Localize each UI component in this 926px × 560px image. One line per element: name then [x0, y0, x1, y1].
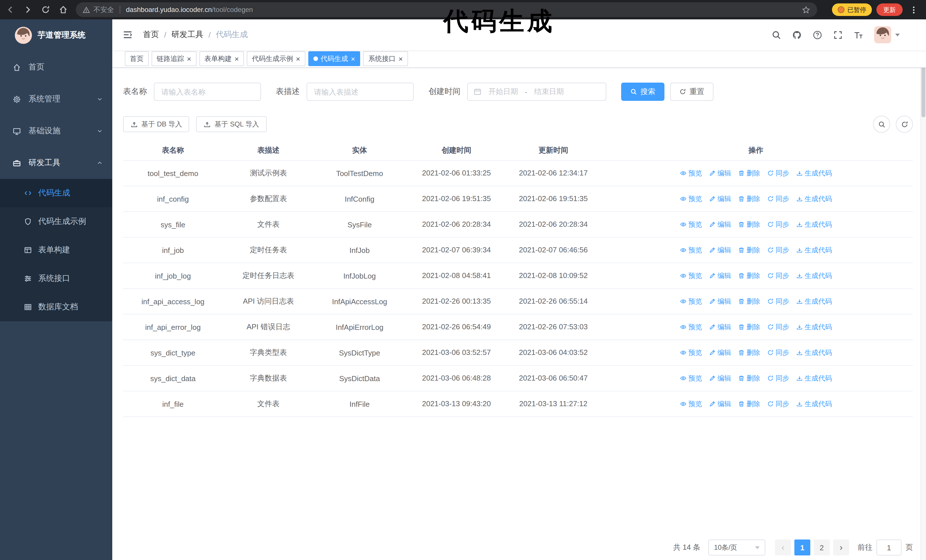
sidebar-subitem-codegen[interactable]: 代码生成	[0, 179, 112, 207]
close-icon[interactable]: ×	[399, 55, 403, 62]
delete-link[interactable]: 删除	[738, 322, 760, 332]
table-desc-input[interactable]	[307, 83, 414, 101]
browser-menu-icon[interactable]	[909, 5, 918, 14]
tab-system-api[interactable]: 系统接口×	[363, 51, 408, 66]
delete-link[interactable]: 删除	[738, 245, 760, 255]
edit-link[interactable]: 编辑	[709, 220, 731, 229]
github-icon[interactable]	[792, 30, 802, 39]
sync-link[interactable]: 同步	[767, 271, 789, 281]
sidebar-item-home[interactable]: 首页	[0, 51, 112, 83]
bookmark-star-icon[interactable]	[802, 5, 810, 14]
sidebar-item-infrastructure[interactable]: 基础设施	[0, 115, 112, 147]
sidebar-fold-icon[interactable]	[123, 30, 133, 40]
generate-code-link[interactable]: 生成代码	[796, 322, 832, 332]
generate-code-link[interactable]: 生成代码	[796, 194, 832, 204]
toggle-search-button[interactable]	[873, 116, 890, 133]
delete-link[interactable]: 删除	[738, 399, 760, 409]
sidebar-item-dev-tools[interactable]: 研发工具	[0, 147, 112, 179]
date-end-placeholder[interactable]: 结束日期	[534, 87, 564, 97]
sync-link[interactable]: 同步	[767, 296, 789, 306]
reset-button[interactable]: 重置	[670, 83, 713, 101]
sync-link[interactable]: 同步	[767, 194, 789, 204]
import-sql-button[interactable]: 基于 SQL 导入	[196, 116, 266, 132]
edit-link[interactable]: 编辑	[709, 168, 731, 178]
tab-codegen-example[interactable]: 代码生成示例×	[247, 51, 305, 66]
date-start-placeholder[interactable]: 开始日期	[488, 87, 518, 97]
close-icon[interactable]: ×	[187, 55, 191, 62]
fullscreen-icon[interactable]	[833, 30, 843, 39]
import-db-button[interactable]: 基于 DB 导入	[123, 116, 189, 132]
generate-code-link[interactable]: 生成代码	[796, 296, 832, 306]
sync-link[interactable]: 同步	[767, 322, 789, 332]
logo[interactable]: 芋道管理系统	[0, 20, 112, 51]
update-button[interactable]: 更新	[876, 3, 903, 16]
browser-home-icon[interactable]	[59, 5, 68, 14]
preview-link[interactable]: 预览	[680, 296, 702, 306]
sidebar-subitem-form-builder[interactable]: 表单构建	[0, 236, 112, 264]
close-icon[interactable]: ×	[296, 55, 300, 62]
generate-code-link[interactable]: 生成代码	[796, 271, 832, 281]
generate-code-link[interactable]: 生成代码	[796, 168, 832, 178]
sync-link[interactable]: 同步	[767, 348, 789, 358]
date-range-picker[interactable]: 开始日期 - 结束日期	[467, 83, 606, 101]
edit-link[interactable]: 编辑	[709, 399, 731, 409]
delete-link[interactable]: 删除	[738, 373, 760, 383]
preview-link[interactable]: 预览	[680, 271, 702, 281]
font-size-icon[interactable]	[853, 30, 863, 39]
sync-link[interactable]: 同步	[767, 373, 789, 383]
tab-home[interactable]: 首页	[125, 51, 149, 66]
edit-link[interactable]: 编辑	[709, 194, 731, 204]
delete-link[interactable]: 删除	[738, 168, 760, 178]
edit-link[interactable]: 编辑	[709, 322, 731, 332]
breadcrumb-dev-tools[interactable]: 研发工具	[171, 30, 203, 40]
browser-back-icon[interactable]	[6, 5, 15, 14]
browser-forward-icon[interactable]	[23, 5, 32, 14]
page-button-2[interactable]: 2	[814, 539, 830, 555]
sidebar-subitem-codegen-example[interactable]: 代码生成示例	[0, 207, 112, 236]
user-menu[interactable]	[874, 26, 900, 43]
tab-form-builder[interactable]: 表单构建×	[199, 51, 244, 66]
refresh-table-button[interactable]	[896, 116, 913, 133]
preview-link[interactable]: 预览	[680, 220, 702, 229]
search-icon[interactable]	[772, 30, 781, 39]
browser-reload-icon[interactable]	[41, 5, 50, 14]
table-name-input[interactable]	[154, 83, 261, 101]
generate-code-link[interactable]: 生成代码	[796, 245, 832, 255]
tab-link-trace[interactable]: 链路追踪×	[151, 51, 196, 66]
delete-link[interactable]: 删除	[738, 296, 760, 306]
tab-codegen[interactable]: 代码生成×	[308, 51, 360, 66]
sync-link[interactable]: 同步	[767, 220, 789, 229]
help-icon[interactable]	[813, 30, 822, 39]
generate-code-link[interactable]: 生成代码	[796, 399, 832, 409]
paused-badge[interactable]: 已暂停	[832, 3, 872, 16]
sidebar-item-system-mgmt[interactable]: 系统管理	[0, 83, 112, 115]
search-button[interactable]: 搜索	[621, 83, 664, 101]
goto-page-input[interactable]	[876, 539, 902, 555]
preview-link[interactable]: 预览	[680, 348, 702, 358]
generate-code-link[interactable]: 生成代码	[796, 348, 832, 358]
delete-link[interactable]: 删除	[738, 194, 760, 204]
prev-page-button[interactable]: ‹	[775, 539, 791, 555]
sync-link[interactable]: 同步	[767, 245, 789, 255]
edit-link[interactable]: 编辑	[709, 296, 731, 306]
preview-link[interactable]: 预览	[680, 373, 702, 383]
edit-link[interactable]: 编辑	[709, 373, 731, 383]
preview-link[interactable]: 预览	[680, 399, 702, 409]
close-icon[interactable]: ×	[351, 55, 355, 62]
generate-code-link[interactable]: 生成代码	[796, 373, 832, 383]
delete-link[interactable]: 删除	[738, 271, 760, 281]
preview-link[interactable]: 预览	[680, 322, 702, 332]
page-button-1[interactable]: 1	[794, 539, 810, 555]
sync-link[interactable]: 同步	[767, 168, 789, 178]
page-size-select[interactable]: 10条/页	[708, 539, 765, 555]
preview-link[interactable]: 预览	[680, 194, 702, 204]
sync-link[interactable]: 同步	[767, 399, 789, 409]
edit-link[interactable]: 编辑	[709, 271, 731, 281]
breadcrumb-home[interactable]: 首页	[143, 30, 159, 40]
delete-link[interactable]: 删除	[738, 348, 760, 358]
next-page-button[interactable]: ›	[833, 539, 849, 555]
preview-link[interactable]: 预览	[680, 245, 702, 255]
edit-link[interactable]: 编辑	[709, 348, 731, 358]
sidebar-subitem-system-api[interactable]: 系统接口	[0, 264, 112, 293]
delete-link[interactable]: 删除	[738, 220, 760, 229]
